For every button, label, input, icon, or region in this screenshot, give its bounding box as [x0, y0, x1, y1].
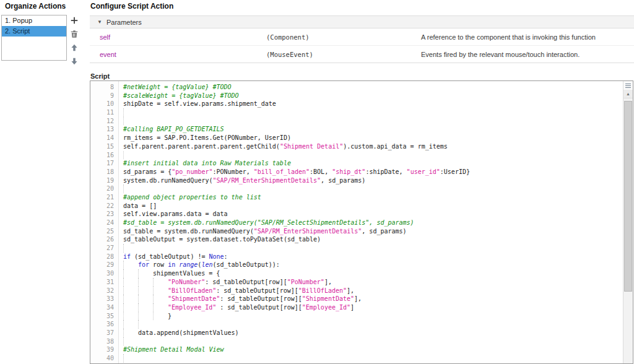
indent-guide [153, 278, 168, 287]
code-token: row [149, 261, 168, 268]
indent-guide [138, 303, 153, 312]
code-line: sd_table = system.db.runNamedQuery("SAP/… [123, 227, 623, 236]
scrollbar-thumb[interactable] [624, 101, 632, 292]
indent-guide [123, 320, 138, 329]
script-label: Script [90, 72, 110, 80]
configure-title: Configure Script Action [90, 2, 173, 11]
actions-list[interactable]: 1. Popup2. Script [1, 15, 67, 61]
plus-icon [70, 16, 79, 25]
code-token: shipDate = self.view.params.shipment_dat… [123, 100, 276, 107]
indent-guide [123, 278, 138, 287]
line-number: 40 [90, 354, 118, 363]
code-line [123, 244, 623, 253]
delete-action-button[interactable] [69, 29, 79, 39]
line-number: 30 [90, 269, 118, 278]
code-token: : sd_tableOutput[row][ [216, 304, 302, 311]
script-editor[interactable]: 8910111213141516171819202122232425262728… [90, 80, 633, 364]
code-token: data = [] [123, 202, 157, 209]
parameter-type: (MouseEvent) [266, 51, 421, 58]
code-token: #netWeight = {tagValue} #TODO [123, 84, 232, 90]
line-number: 25 [90, 227, 118, 236]
code-line: #scaleWeight = {tagValue} #TODO [123, 92, 623, 100]
code-token: ], [347, 287, 354, 294]
code-token: #Shipment Detail Modal View [123, 346, 224, 353]
move-up-button[interactable] [69, 43, 79, 53]
action-list-item[interactable]: 1. Popup [2, 15, 66, 26]
indent-guide [123, 337, 138, 346]
code-token: "ShipmentDate" [168, 295, 220, 302]
arrow-down-icon [70, 57, 79, 66]
line-number: 10 [90, 100, 118, 108]
code-token: : sd_tableOutput[row][ [216, 287, 298, 294]
code-line: for row in range(len(sd_tableOutput)): [123, 261, 623, 269]
indent-guide [138, 269, 153, 278]
code-line: self.view.params.data = data [123, 210, 623, 219]
code-token: #insert initial data into Raw Materials … [123, 160, 291, 167]
code-token: None [209, 253, 224, 260]
code-line: rm_items = SAP.PO.Items.Get(PONumber, Us… [123, 134, 623, 142]
line-number: 24 [90, 219, 118, 227]
code-token: #calling BAPI_PO_GETDETAILS [123, 126, 224, 132]
indent-guide [153, 312, 168, 321]
parameter-name: event [90, 51, 266, 58]
code-token: "BillOfLaden" [298, 287, 347, 294]
indent-guide [123, 312, 138, 321]
code-line: "BillOfLaden": sd_tableOutput[row]["Bill… [123, 287, 623, 295]
line-number: 18 [90, 168, 118, 176]
indent-guide [138, 278, 153, 287]
add-action-button[interactable] [69, 15, 79, 25]
code-token: range [179, 261, 198, 268]
code-line [123, 151, 623, 160]
parameter-row: event(MouseEvent)Events fired by the rel… [90, 46, 634, 63]
code-token: sd_params = { [123, 168, 172, 175]
code-line: sd_tableOutput = system.dataset.toPyData… [123, 235, 623, 244]
editor-scrollbar[interactable]: ▲ [623, 81, 633, 363]
action-list-item[interactable]: 2. Script [2, 26, 66, 37]
code-line: #insert initial data into Raw Materials … [123, 159, 623, 168]
code-line: shipDate = self.view.params.shipment_dat… [123, 100, 623, 108]
indent-guide [123, 354, 138, 363]
line-number: 26 [90, 235, 118, 244]
line-number: 23 [90, 210, 118, 219]
parameters-section-header[interactable]: ▼ Parameters [90, 15, 634, 28]
code-token: "SAP/RM_EnterShipmentDetails" [254, 228, 362, 235]
indent-guide [138, 312, 153, 321]
code-token: (sd_tableOutput)): [212, 261, 279, 268]
indent-guide [123, 329, 138, 337]
code-token: :PONumber, [213, 168, 254, 175]
code-token: ).custom.api_data = rm_items [343, 143, 448, 150]
line-number: 16 [90, 151, 118, 160]
indent-guide [123, 287, 138, 295]
editor-menu-icon[interactable] [623, 81, 633, 90]
code-token: : sd_tableOutput[row][ [205, 279, 287, 285]
code-token: "ShipmentDate" [302, 295, 354, 302]
code-token: : [224, 253, 228, 260]
code-token: : sd_tableOutput[row][ [220, 295, 302, 302]
indent-guide [123, 269, 138, 278]
code-line: #Shipment Detail Modal View [123, 345, 623, 354]
code-token: self.view.params.data = data [123, 210, 228, 217]
line-number: 17 [90, 159, 118, 168]
line-number: 29 [90, 261, 118, 269]
code-line: "ShipmentDate": sd_tableOutput[row]["Shi… [123, 295, 623, 303]
indent-guide [123, 244, 138, 253]
parameter-description: A reference to the component that is inv… [421, 33, 634, 41]
code-token: rm_items = SAP.PO.Items.Get(PONumber, Us… [123, 134, 291, 141]
code-line: self.parent.parent.parent.parent.getChil… [123, 142, 623, 151]
code-line: if (sd_tableOutput) != None: [123, 253, 623, 261]
line-number: 33 [90, 295, 118, 303]
line-number: 13 [90, 125, 118, 134]
arrow-up-icon [70, 43, 79, 52]
code-token: sd_table = system.db.runNamedQuery( [123, 228, 254, 235]
move-down-button[interactable] [69, 56, 79, 66]
code-line: sd_params = {"po_number":PONumber, "bill… [123, 168, 623, 176]
configure-script-action-panel: Configure Script Action ▼ Parameters sel… [90, 0, 634, 364]
line-number: 37 [90, 329, 118, 337]
chevron-down-icon: ▼ [97, 19, 102, 25]
scroll-up-button[interactable]: ▲ [623, 90, 633, 98]
organize-actions-panel: Organize Actions 1. Popup2. Script [0, 0, 87, 364]
indent-guide [138, 295, 153, 303]
code-token: "SAP/RM_EnterShipmentDetails" [213, 177, 321, 184]
code-area[interactable]: #netWeight = {tagValue} #TODO#scaleWeigh… [119, 81, 623, 363]
code-token: "ship_dt" [332, 168, 365, 175]
